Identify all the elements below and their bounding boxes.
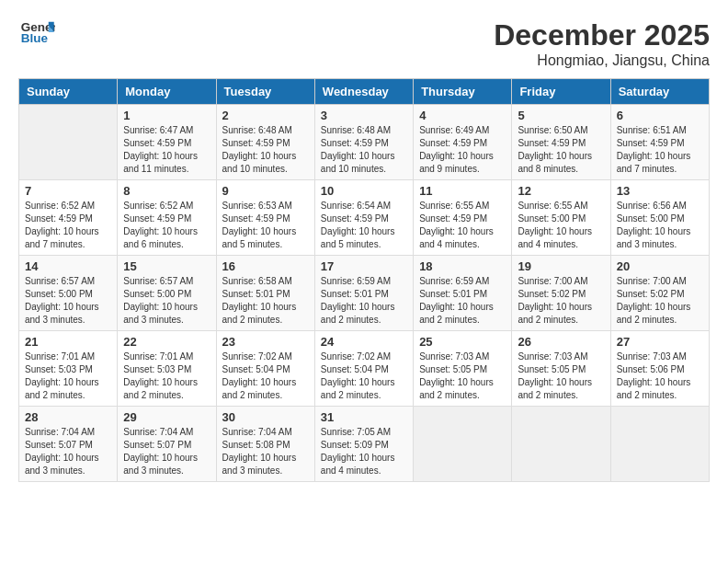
day-number: 29 [123, 410, 210, 424]
day-info: Sunrise: 6:50 AM Sunset: 4:59 PM Dayligh… [518, 124, 604, 176]
day-number: 3 [321, 109, 407, 122]
day-info: Sunrise: 6:48 AM Sunset: 4:59 PM Dayligh… [222, 124, 309, 176]
calendar-cell: 9Sunrise: 6:53 AM Sunset: 4:59 PM Daylig… [216, 180, 314, 256]
calendar-cell [610, 407, 709, 482]
day-number: 8 [123, 184, 210, 198]
calendar-cell: 26Sunrise: 7:03 AM Sunset: 5:05 PM Dayli… [512, 331, 610, 407]
week-row-3: 14Sunrise: 6:57 AM Sunset: 5:00 PM Dayli… [19, 256, 710, 331]
day-info: Sunrise: 6:52 AM Sunset: 4:59 PM Dayligh… [25, 200, 111, 251]
day-header-monday: Monday [118, 79, 216, 105]
day-header-wednesday: Wednesday [314, 79, 413, 105]
day-number: 1 [123, 109, 210, 122]
day-number: 11 [419, 184, 506, 198]
calendar-cell: 11Sunrise: 6:55 AM Sunset: 4:59 PM Dayli… [414, 180, 512, 256]
calendar-cell: 14Sunrise: 6:57 AM Sunset: 5:00 PM Dayli… [19, 256, 118, 331]
day-info: Sunrise: 6:49 AM Sunset: 4:59 PM Dayligh… [419, 124, 506, 176]
calendar-cell: 3Sunrise: 6:48 AM Sunset: 4:59 PM Daylig… [314, 105, 413, 180]
day-info: Sunrise: 6:47 AM Sunset: 4:59 PM Dayligh… [123, 124, 210, 176]
day-number: 30 [222, 410, 309, 424]
calendar-cell: 5Sunrise: 6:50 AM Sunset: 4:59 PM Daylig… [512, 105, 610, 180]
day-number: 7 [25, 184, 111, 198]
day-header-thursday: Thursday [414, 79, 512, 105]
day-info: Sunrise: 6:59 AM Sunset: 5:01 PM Dayligh… [321, 275, 407, 327]
logo: General Blue [18, 18, 59, 46]
day-number: 19 [518, 259, 604, 273]
week-row-4: 21Sunrise: 7:01 AM Sunset: 5:03 PM Dayli… [19, 331, 710, 407]
calendar-cell: 7Sunrise: 6:52 AM Sunset: 4:59 PM Daylig… [19, 180, 118, 256]
day-info: Sunrise: 6:54 AM Sunset: 4:59 PM Dayligh… [321, 200, 407, 251]
week-row-2: 7Sunrise: 6:52 AM Sunset: 4:59 PM Daylig… [19, 180, 710, 256]
calendar-cell [414, 407, 512, 482]
calendar-cell: 30Sunrise: 7:04 AM Sunset: 5:08 PM Dayli… [216, 407, 314, 482]
calendar-cell: 2Sunrise: 6:48 AM Sunset: 4:59 PM Daylig… [216, 105, 314, 180]
calendar-cell: 1Sunrise: 6:47 AM Sunset: 4:59 PM Daylig… [118, 105, 216, 180]
day-info: Sunrise: 7:01 AM Sunset: 5:03 PM Dayligh… [25, 350, 111, 402]
day-info: Sunrise: 7:03 AM Sunset: 5:06 PM Dayligh… [617, 350, 703, 402]
calendar-cell: 22Sunrise: 7:01 AM Sunset: 5:03 PM Dayli… [118, 331, 216, 407]
day-info: Sunrise: 6:58 AM Sunset: 5:01 PM Dayligh… [222, 275, 309, 327]
day-number: 27 [617, 335, 703, 349]
day-number: 26 [518, 335, 604, 349]
month-title: December 2025 [494, 18, 710, 52]
day-number: 6 [617, 109, 703, 122]
calendar-cell [512, 407, 610, 482]
calendar-cell: 12Sunrise: 6:55 AM Sunset: 5:00 PM Dayli… [512, 180, 610, 256]
location: Hongmiao, Jiangsu, China [494, 52, 710, 69]
day-number: 23 [222, 335, 309, 349]
day-info: Sunrise: 6:48 AM Sunset: 4:59 PM Dayligh… [321, 124, 407, 176]
day-number: 4 [419, 109, 506, 122]
day-info: Sunrise: 7:00 AM Sunset: 5:02 PM Dayligh… [617, 275, 703, 327]
calendar-cell: 19Sunrise: 7:00 AM Sunset: 5:02 PM Dayli… [512, 256, 610, 331]
calendar-cell: 15Sunrise: 6:57 AM Sunset: 5:00 PM Dayli… [118, 256, 216, 331]
day-info: Sunrise: 6:59 AM Sunset: 5:01 PM Dayligh… [419, 275, 506, 327]
day-number: 15 [123, 259, 210, 273]
calendar-cell [19, 105, 118, 180]
calendar-cell: 21Sunrise: 7:01 AM Sunset: 5:03 PM Dayli… [19, 331, 118, 407]
week-row-5: 28Sunrise: 7:04 AM Sunset: 5:07 PM Dayli… [19, 407, 710, 482]
calendar-body: 1Sunrise: 6:47 AM Sunset: 4:59 PM Daylig… [19, 105, 710, 482]
calendar-cell: 8Sunrise: 6:52 AM Sunset: 4:59 PM Daylig… [118, 180, 216, 256]
day-info: Sunrise: 6:53 AM Sunset: 4:59 PM Dayligh… [222, 200, 309, 251]
day-info: Sunrise: 7:03 AM Sunset: 5:05 PM Dayligh… [518, 350, 604, 402]
day-info: Sunrise: 7:00 AM Sunset: 5:02 PM Dayligh… [518, 275, 604, 327]
day-number: 20 [617, 259, 703, 273]
day-number: 14 [25, 259, 111, 273]
calendar-cell: 18Sunrise: 6:59 AM Sunset: 5:01 PM Dayli… [414, 256, 512, 331]
day-header-saturday: Saturday [610, 79, 709, 105]
calendar-cell: 20Sunrise: 7:00 AM Sunset: 5:02 PM Dayli… [610, 256, 709, 331]
day-info: Sunrise: 7:04 AM Sunset: 5:07 PM Dayligh… [123, 426, 210, 477]
calendar-cell: 6Sunrise: 6:51 AM Sunset: 4:59 PM Daylig… [610, 105, 709, 180]
day-info: Sunrise: 7:01 AM Sunset: 5:03 PM Dayligh… [123, 350, 210, 402]
title-block: December 2025 Hongmiao, Jiangsu, China [494, 18, 710, 69]
day-number: 12 [518, 184, 604, 198]
day-info: Sunrise: 7:05 AM Sunset: 5:09 PM Dayligh… [321, 426, 407, 477]
calendar-cell: 24Sunrise: 7:02 AM Sunset: 5:04 PM Dayli… [314, 331, 413, 407]
calendar-cell: 31Sunrise: 7:05 AM Sunset: 5:09 PM Dayli… [314, 407, 413, 482]
calendar-cell: 4Sunrise: 6:49 AM Sunset: 4:59 PM Daylig… [414, 105, 512, 180]
day-info: Sunrise: 6:57 AM Sunset: 5:00 PM Dayligh… [123, 275, 210, 327]
day-header-friday: Friday [512, 79, 610, 105]
calendar-cell: 23Sunrise: 7:02 AM Sunset: 5:04 PM Dayli… [216, 331, 314, 407]
day-number: 25 [419, 335, 506, 349]
day-header-sunday: Sunday [19, 79, 118, 105]
day-number: 10 [321, 184, 407, 198]
day-number: 2 [222, 109, 309, 122]
day-info: Sunrise: 6:55 AM Sunset: 4:59 PM Dayligh… [419, 200, 506, 251]
day-info: Sunrise: 7:02 AM Sunset: 5:04 PM Dayligh… [222, 350, 309, 402]
day-number: 18 [419, 259, 506, 273]
calendar-cell: 13Sunrise: 6:56 AM Sunset: 5:00 PM Dayli… [610, 180, 709, 256]
svg-text:Blue: Blue [21, 31, 49, 45]
day-number: 31 [321, 410, 407, 424]
day-info: Sunrise: 6:55 AM Sunset: 5:00 PM Dayligh… [518, 200, 604, 251]
day-number: 13 [617, 184, 703, 198]
day-info: Sunrise: 6:56 AM Sunset: 5:00 PM Dayligh… [617, 200, 703, 251]
week-row-1: 1Sunrise: 6:47 AM Sunset: 4:59 PM Daylig… [19, 105, 710, 180]
day-number: 17 [321, 259, 407, 273]
calendar-cell: 25Sunrise: 7:03 AM Sunset: 5:05 PM Dayli… [414, 331, 512, 407]
calendar-table: SundayMondayTuesdayWednesdayThursdayFrid… [18, 78, 710, 482]
calendar-cell: 29Sunrise: 7:04 AM Sunset: 5:07 PM Dayli… [118, 407, 216, 482]
day-info: Sunrise: 6:57 AM Sunset: 5:00 PM Dayligh… [25, 275, 111, 327]
calendar-cell: 10Sunrise: 6:54 AM Sunset: 4:59 PM Dayli… [314, 180, 413, 256]
day-number: 21 [25, 335, 111, 349]
day-info: Sunrise: 7:02 AM Sunset: 5:04 PM Dayligh… [321, 350, 407, 402]
